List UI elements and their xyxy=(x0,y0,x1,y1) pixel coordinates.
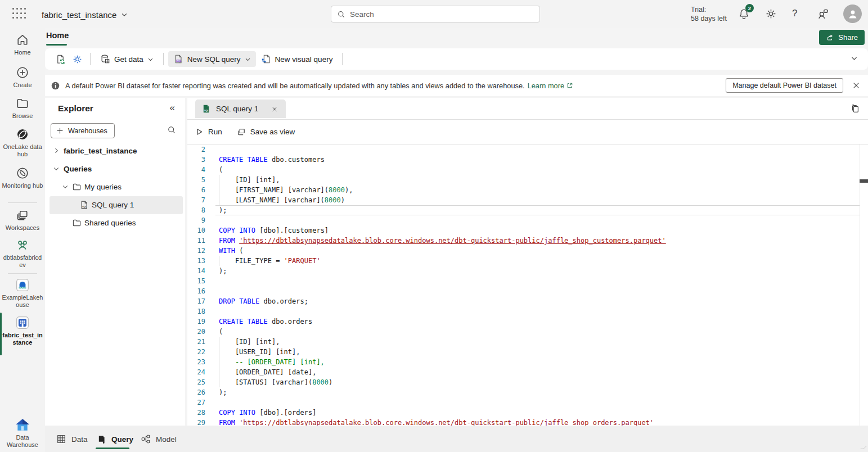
line-content: ( xyxy=(219,165,223,175)
tree-item-fabric-test-instance[interactable]: fabric_test_instance xyxy=(45,142,185,160)
code-line-24[interactable]: 24 [ORDER_DATE] [date], xyxy=(187,367,868,377)
code-line-17[interactable]: 17DROP TABLE dbo.orders; xyxy=(187,296,868,306)
new-visual-query-button[interactable]: New visual query xyxy=(256,51,338,67)
code-line-12[interactable]: 12WITH ( xyxy=(187,246,868,256)
tree-item-sql-query-1[interactable]: SQLSQL query 1 xyxy=(50,196,183,214)
workspace-switcher[interactable]: fabric_test_instance xyxy=(42,8,128,21)
line-number: 8 xyxy=(187,205,205,215)
code-line-11[interactable]: 11FROM 'https://dbtlabsynapsedatalake.bl… xyxy=(187,236,868,246)
sidebar-item-browse[interactable]: Browse xyxy=(0,96,45,120)
resize-grip[interactable] xyxy=(860,446,867,449)
share-icon xyxy=(826,33,834,42)
search-input[interactable]: Search xyxy=(331,6,540,22)
code-line-15[interactable]: 15 xyxy=(187,276,868,286)
chevron-down-icon xyxy=(147,56,154,62)
code-line-13[interactable]: 13 FILE_TYPE = 'PARQUET' xyxy=(187,256,868,266)
code-line-4[interactable]: 4( xyxy=(187,165,868,175)
close-tab-icon[interactable] xyxy=(271,106,278,112)
sidebar-item-home[interactable]: Home xyxy=(0,33,45,56)
query-tab[interactable]: SQL SQL query 1 xyxy=(195,100,286,118)
sidebar-item-create[interactable]: Create xyxy=(0,65,45,89)
user-avatar[interactable] xyxy=(843,4,862,23)
refresh-dataset-icon[interactable] xyxy=(52,51,69,67)
code-line-14[interactable]: 14); xyxy=(187,266,868,276)
code-line-22[interactable]: 22 [USER_ID] [int], xyxy=(187,347,868,357)
line-number: 27 xyxy=(187,397,205,408)
sidebar-item-dbtlabsfabricdev[interactable]: dbtlabsfabricdev xyxy=(0,238,45,269)
code-line-27[interactable]: 27 xyxy=(187,397,868,408)
get-data-button[interactable]: Get data xyxy=(95,51,159,67)
code-line-18[interactable]: 18 xyxy=(187,306,868,317)
sidebar-item-monitoring-hub[interactable]: Monitoring hub xyxy=(0,166,45,189)
settings-icon[interactable] xyxy=(69,51,86,67)
feedback-icon[interactable] xyxy=(817,8,829,20)
code-line-8[interactable]: 8); xyxy=(187,205,868,215)
learn-more-link[interactable]: Learn more xyxy=(528,82,573,90)
code-line-23[interactable]: 23 -- [ORDER_DATE] [int], xyxy=(187,357,868,367)
run-button[interactable]: Run xyxy=(195,128,222,136)
chevron-down-icon[interactable] xyxy=(62,183,69,190)
sidebar-item-workspaces[interactable]: Workspaces xyxy=(0,208,45,232)
collapse-panel-icon[interactable]: « xyxy=(170,102,175,114)
manage-default-dataset-button[interactable]: Manage default Power BI dataset xyxy=(726,78,843,93)
notification-count-badge: 2 xyxy=(745,4,754,12)
code-line-3[interactable]: 3CREATE TABLE dbo.customers xyxy=(187,155,868,165)
line-content: FILE_TYPE = 'PARQUET' xyxy=(219,256,321,266)
sidebar-item-fabric-test-instance[interactable]: fabric_test_instance xyxy=(0,315,45,346)
save-as-view-button[interactable]: Save as view xyxy=(237,128,295,137)
tree-item-queries[interactable]: Queries xyxy=(45,160,185,178)
tab-data[interactable]: Data xyxy=(56,431,88,448)
code-line-29[interactable]: 29FROM 'https://dbtlabsynapsedatalake.bl… xyxy=(187,418,868,426)
code-line-10[interactable]: 10COPY INTO [dbo].[customers] xyxy=(187,225,868,236)
explorer-panel: Explorer « Warehouses fabric_test_instan… xyxy=(45,98,185,426)
tree-item-my-queries[interactable]: My queries xyxy=(45,178,185,196)
code-line-7[interactable]: 7 [LAST_NAME] [varchar](8000) xyxy=(187,195,868,205)
toolbar-collapse-chevron[interactable] xyxy=(851,55,858,62)
toolbar-divider xyxy=(163,53,164,65)
editor-overview-ruler[interactable] xyxy=(860,144,868,426)
sidebar-item-onelake-data-hub[interactable]: OneLake data hub xyxy=(0,127,45,158)
ribbon-tab-row: Home Share xyxy=(45,28,868,48)
code-line-25[interactable]: 25 [STATUS] [varchar](8000) xyxy=(187,377,868,387)
tab-query[interactable]: Query xyxy=(97,431,133,448)
line-content: CREATE TABLE dbo.customers xyxy=(219,155,325,165)
code-line-16[interactable]: 16 xyxy=(187,286,868,296)
copy-icon[interactable] xyxy=(850,103,860,114)
workspaces-icon xyxy=(15,208,30,223)
line-content: FROM 'https://dbtlabsynapsedatalake.blob… xyxy=(219,236,666,246)
sidebar-item-examplelakehouse[interactable]: ExampleLakehouse xyxy=(0,278,45,309)
share-button[interactable]: Share xyxy=(819,30,865,45)
tree-item-shared-queries[interactable]: Shared queries xyxy=(45,214,185,232)
code-line-5[interactable]: 5 [ID] [int], xyxy=(187,175,868,185)
code-line-9[interactable]: 9 xyxy=(187,215,868,225)
banner-close-icon[interactable] xyxy=(852,82,860,89)
sql-code-area[interactable]: 23CREATE TABLE dbo.customers4(5 [ID] [in… xyxy=(187,144,868,426)
settings-gear-icon[interactable] xyxy=(765,8,777,20)
line-number: 12 xyxy=(187,246,205,256)
view-switcher-bar: Data Query Model xyxy=(45,426,868,452)
rail-divider xyxy=(8,202,37,203)
lakehouse-icon xyxy=(15,278,30,292)
tab-home[interactable]: Home xyxy=(46,31,69,40)
code-line-20[interactable]: 20( xyxy=(187,327,868,337)
chevron-down-icon[interactable] xyxy=(53,165,60,172)
explorer-title: Explorer xyxy=(58,103,93,114)
line-number: 23 xyxy=(187,357,205,367)
code-line-26[interactable]: 26); xyxy=(187,387,868,397)
code-line-21[interactable]: 21 [ID] [int], xyxy=(187,337,868,347)
help-icon[interactable]: ? xyxy=(792,8,804,20)
code-line-19[interactable]: 19CREATE TABLE dbo.orders xyxy=(187,317,868,327)
chevron-right-icon[interactable] xyxy=(53,147,60,154)
line-content: FROM 'https://dbtlabsynapsedatalake.blob… xyxy=(219,418,654,426)
query-tab-title: SQL query 1 xyxy=(216,105,258,113)
code-line-6[interactable]: 6 [FIRST_NAME] [varchar](8000), xyxy=(187,185,868,195)
code-line-28[interactable]: 28COPY INTO [dbo].[orders] xyxy=(187,408,868,418)
code-line-2[interactable]: 2 xyxy=(187,144,868,155)
svg-text:SQL: SQL xyxy=(176,60,182,62)
new-sql-query-button[interactable]: SQL New SQL query xyxy=(168,51,256,67)
explorer-search-icon[interactable] xyxy=(167,125,176,134)
add-warehouses-button[interactable]: Warehouses xyxy=(51,123,115,138)
tab-model[interactable]: Model xyxy=(141,431,177,448)
sidebar-item-data-warehouse[interactable]: Data Warehouse xyxy=(0,418,45,449)
app-launcher-icon[interactable] xyxy=(12,8,27,20)
